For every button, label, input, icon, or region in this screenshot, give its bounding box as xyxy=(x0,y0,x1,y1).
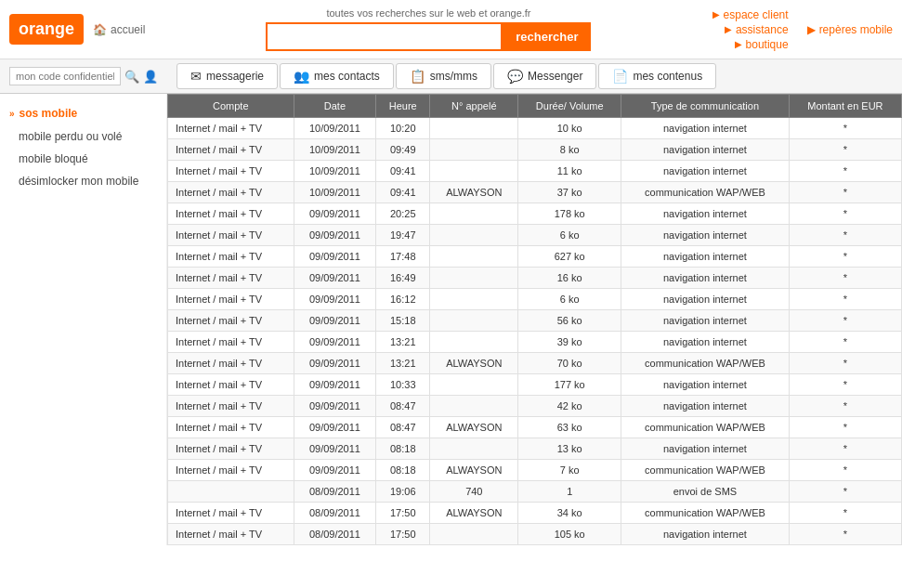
col-header-date: Date xyxy=(294,95,376,118)
cell-heure: 13:21 xyxy=(376,332,430,353)
cell-type: navigation internet xyxy=(621,289,790,310)
cell-compte xyxy=(168,481,294,503)
cell-type: navigation internet xyxy=(621,225,790,246)
cell-date: 08/09/2011 xyxy=(294,524,376,545)
cell-compte: Internet / mail + TV xyxy=(168,374,294,396)
assistance-link[interactable]: ▶ assistance xyxy=(725,23,789,36)
cell-heure: 10:20 xyxy=(376,118,430,139)
search-row: rechercher xyxy=(266,22,591,51)
cell-heure: 09:41 xyxy=(376,182,430,203)
cell-montant: * xyxy=(789,374,901,396)
cell-duree: 70 ko xyxy=(518,353,621,374)
sidebar-item-mobile-perdu[interactable]: mobile perdu ou volé xyxy=(0,125,166,148)
search-hint: toutes vos recherches sur le web et oran… xyxy=(326,7,530,19)
cell-date: 08/09/2011 xyxy=(294,503,376,524)
cell-duree: 56 ko xyxy=(518,310,621,332)
cell-numero xyxy=(430,246,518,268)
sms-icon: 📋 xyxy=(410,69,425,84)
espace-client-link[interactable]: ▶ espace client xyxy=(712,8,789,21)
cell-montant: * xyxy=(789,353,901,374)
accueil-link[interactable]: 🏠 accueil xyxy=(93,23,145,36)
cell-type: navigation internet xyxy=(621,438,790,460)
nav-search-area: 🔍 👤 xyxy=(0,67,167,85)
cell-date: 09/09/2011 xyxy=(294,417,376,438)
cell-date: 09/09/2011 xyxy=(294,268,376,289)
cell-montant: * xyxy=(789,139,901,161)
cell-duree: 105 ko xyxy=(518,524,621,545)
cell-duree: 39 ko xyxy=(518,332,621,353)
col-header-type: Type de communication xyxy=(621,95,790,118)
sidebar-item-mobile-bloque[interactable]: mobile bloqué xyxy=(0,148,166,170)
table-row: Internet / mail + TV 08/09/2011 17:50 10… xyxy=(168,524,902,545)
cell-heure: 17:50 xyxy=(376,503,430,524)
reperes-mobile-link[interactable]: ▶ repères mobile xyxy=(807,23,893,36)
cell-compte: Internet / mail + TV xyxy=(168,438,294,460)
cell-heure: 08:47 xyxy=(376,417,430,438)
table-row: Internet / mail + TV 09/09/2011 08:18 13… xyxy=(168,438,902,460)
cell-duree: 6 ko xyxy=(518,289,621,310)
cell-compte: Internet / mail + TV xyxy=(168,460,294,481)
cell-numero xyxy=(430,203,518,225)
cell-date: 09/09/2011 xyxy=(294,289,376,310)
cell-montant: * xyxy=(789,460,901,481)
tab-messenger[interactable]: 💬 Messenger xyxy=(493,63,596,89)
cell-date: 09/09/2011 xyxy=(294,203,376,225)
table-row: Internet / mail + TV 10/09/2011 09:41 AL… xyxy=(168,182,902,203)
cell-numero xyxy=(430,438,518,460)
cell-compte: Internet / mail + TV xyxy=(168,289,294,310)
cell-duree: 34 ko xyxy=(518,503,621,524)
nav-search-input[interactable] xyxy=(9,67,121,85)
arrow-icon: ▶ xyxy=(725,24,732,34)
cell-compte: Internet / mail + TV xyxy=(168,417,294,438)
col-header-duree: Durée/ Volume xyxy=(518,95,621,118)
reperes-arrow-icon: ▶ xyxy=(807,23,816,36)
home-icon: 🏠 xyxy=(93,23,107,36)
cell-duree: 13 ko xyxy=(518,438,621,460)
cell-heure: 19:47 xyxy=(376,225,430,246)
main-content: Compte Date Heure N° appelé Durée/ Volum… xyxy=(167,94,902,545)
cell-date: 10/09/2011 xyxy=(294,182,376,203)
table-row: Internet / mail + TV 09/09/2011 08:47 AL… xyxy=(168,417,902,438)
content-area: » sos mobile mobile perdu ou volé mobile… xyxy=(0,94,902,545)
cell-type: navigation internet xyxy=(621,310,790,332)
table-row: Internet / mail + TV 10/09/2011 09:41 11… xyxy=(168,161,902,182)
table-row: Internet / mail + TV 09/09/2011 08:47 42… xyxy=(168,396,902,417)
cell-type: communication WAP/WEB xyxy=(621,353,790,374)
cell-date: 09/09/2011 xyxy=(294,353,376,374)
cell-numero: ALWAYSON xyxy=(430,417,518,438)
cell-compte: Internet / mail + TV xyxy=(168,203,294,225)
table-row: Internet / mail + TV 09/09/2011 15:18 56… xyxy=(168,310,902,332)
tab-sms-mms[interactable]: 📋 sms/mms xyxy=(396,63,491,89)
contenus-icon: 📄 xyxy=(612,69,628,84)
logo: orange xyxy=(9,14,84,45)
tab-messagerie[interactable]: ✉ messagerie xyxy=(176,63,278,89)
cell-duree: 63 ko xyxy=(518,417,621,438)
messagerie-icon: ✉ xyxy=(190,69,202,84)
table-row: Internet / mail + TV 10/09/2011 10:20 10… xyxy=(168,118,902,139)
cell-montant: * xyxy=(789,503,901,524)
cell-date: 10/09/2011 xyxy=(294,139,376,161)
tab-mes-contenus[interactable]: 📄 mes contenus xyxy=(598,63,716,89)
cell-numero xyxy=(430,268,518,289)
search-button[interactable]: rechercher xyxy=(503,22,591,51)
nav-icon2: 👤 xyxy=(143,70,158,84)
table-row: Internet / mail + TV 09/09/2011 13:21 39… xyxy=(168,332,902,353)
cell-heure: 09:41 xyxy=(376,161,430,182)
cell-montant: * xyxy=(789,289,901,310)
cell-date: 09/09/2011 xyxy=(294,460,376,481)
col-header-montant: Montant en EUR xyxy=(789,95,901,118)
cell-type: navigation internet xyxy=(621,268,790,289)
search-input[interactable] xyxy=(266,22,503,51)
cell-heure: 08:18 xyxy=(376,438,430,460)
cell-type: navigation internet xyxy=(621,161,790,182)
sidebar-item-desimlocker[interactable]: désimlocker mon mobile xyxy=(0,170,166,192)
tab-mes-contacts[interactable]: 👥 mes contacts xyxy=(280,63,394,89)
table-row: Internet / mail + TV 09/09/2011 16:49 16… xyxy=(168,268,902,289)
cell-heure: 08:47 xyxy=(376,396,430,417)
cell-type: communication WAP/WEB xyxy=(621,503,790,524)
header: orange 🏠 accueil toutes vos recherches s… xyxy=(0,0,902,59)
cell-heure: 16:49 xyxy=(376,268,430,289)
cell-compte: Internet / mail + TV xyxy=(168,524,294,545)
cell-heure: 17:48 xyxy=(376,246,430,268)
boutique-link[interactable]: ▶ boutique xyxy=(735,38,789,51)
